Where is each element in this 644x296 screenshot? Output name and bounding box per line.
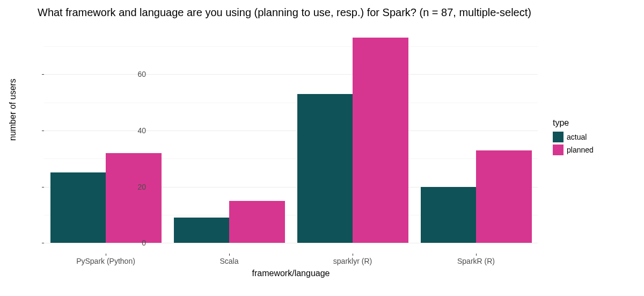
bar-actual bbox=[421, 187, 477, 243]
x-tick-label: SparkR (R) bbox=[457, 257, 495, 265]
legend: type actual planned bbox=[553, 118, 594, 157]
legend-item-planned: planned bbox=[553, 144, 594, 156]
bar-actual bbox=[174, 218, 230, 243]
y-tick-mark bbox=[42, 243, 44, 243]
y-tick-label: 20 bbox=[119, 183, 146, 191]
gridline-major bbox=[44, 74, 538, 75]
y-tick-label: 60 bbox=[119, 70, 146, 78]
x-axis-title: framework/language bbox=[44, 269, 538, 278]
x-tick-label: Scala bbox=[219, 257, 238, 265]
legend-title: type bbox=[553, 118, 594, 128]
x-tick-mark bbox=[106, 254, 106, 256]
gridline-minor bbox=[44, 103, 538, 103]
legend-label: actual bbox=[567, 133, 587, 141]
chart-container: What framework and language are you usin… bbox=[0, 0, 644, 296]
gridline-minor bbox=[44, 46, 538, 47]
bar-planned bbox=[476, 150, 532, 243]
bar-actual bbox=[297, 94, 353, 243]
legend-item-actual: actual bbox=[553, 131, 594, 143]
chart-title: What framework and language are you usin… bbox=[38, 6, 531, 19]
x-tick-mark bbox=[229, 254, 230, 256]
y-tick-mark bbox=[42, 74, 44, 75]
y-tick-label: 0 bbox=[119, 239, 146, 247]
gridline-major bbox=[44, 131, 538, 131]
y-axis-title: number of users bbox=[8, 78, 18, 141]
x-tick-mark bbox=[353, 254, 353, 256]
legend-label: planned bbox=[567, 146, 594, 154]
bar-planned bbox=[353, 38, 408, 243]
bar-actual bbox=[50, 172, 106, 243]
bar-planned bbox=[229, 201, 285, 243]
y-tick-label: 40 bbox=[119, 126, 146, 135]
legend-swatch-planned bbox=[553, 145, 564, 155]
legend-swatch-actual bbox=[553, 132, 564, 142]
x-tick-mark bbox=[476, 254, 477, 256]
gridline-major bbox=[44, 243, 538, 243]
x-tick-label: PySpark (Python) bbox=[76, 257, 135, 265]
y-tick-mark bbox=[42, 131, 44, 131]
bar-planned bbox=[106, 153, 162, 243]
y-tick-mark bbox=[42, 187, 44, 187]
x-tick-label: sparklyr (R) bbox=[333, 257, 372, 265]
plot-area bbox=[44, 28, 538, 254]
